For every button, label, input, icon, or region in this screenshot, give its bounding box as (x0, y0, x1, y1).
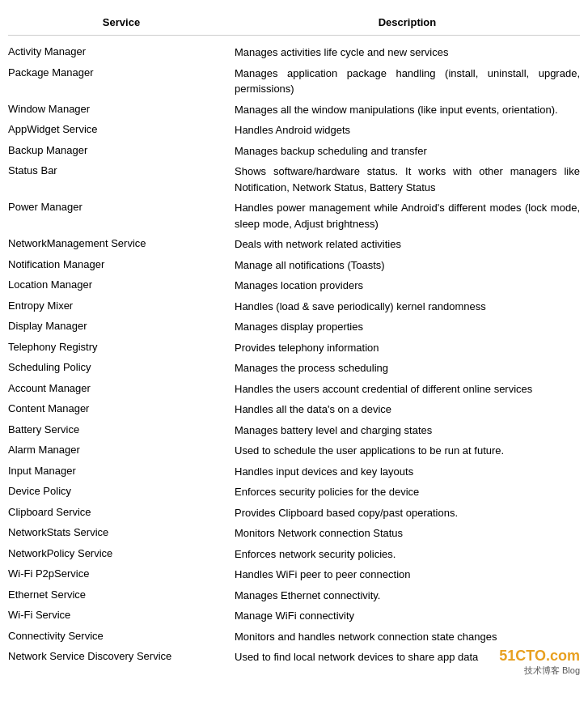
description-cell: Enforces security policies for the devic… (235, 484, 580, 500)
description-cell: Handles all the data's on a device (235, 401, 580, 418)
table-row: Wi-Fi ServiceManage WiFi connectivity (8, 605, 580, 627)
service-cell: Package Manager (8, 66, 235, 79)
table-row: Status BarShows software/hardware status… (8, 161, 580, 198)
description-cell: Manages backup scheduling and transfer (235, 143, 580, 159)
service-cell: Content Manager (8, 401, 235, 414)
description-cell: Manages the process scheduling (235, 360, 580, 376)
table-row: Alarm ManagerUsed to schedule the user a… (8, 440, 580, 461)
description-cell: Monitors Network connection Status (235, 525, 580, 542)
table-row: NetworkPolicy ServiceEnforces network se… (8, 544, 580, 565)
description-cell: Manages all the window manipulations (li… (235, 102, 580, 118)
description-cell: Shows software/hardware status. It works… (235, 164, 580, 195)
description-cell: Handles (load & save periodically) kerne… (235, 299, 580, 315)
service-cell: NetworkManagement Service (8, 236, 235, 249)
service-cell: Location Manager (8, 278, 235, 291)
description-cell: Handles input devices and key layouts (235, 464, 580, 480)
table-row: Content ManagerHandles all the data's on… (8, 399, 580, 420)
table-row: Telephony RegistryProvides telephony inf… (8, 338, 580, 359)
table-row: Clipboard ServiceProvides Clipboard base… (8, 503, 580, 524)
description-cell: Monitors and handles network connection … (235, 629, 580, 645)
watermark-sub: 技术博客 Blog (499, 665, 580, 677)
table-row: AppWidget ServiceHandles Android widgets (8, 120, 580, 141)
table-row: Power ManagerHandles power management wh… (8, 198, 580, 234)
table-row: Connectivity ServiceMonitors and handles… (8, 627, 580, 648)
description-column-header: Description (235, 16, 580, 28)
service-cell: Wi-Fi Service (8, 608, 235, 621)
description-cell: Handles the users account credential of … (235, 381, 580, 397)
service-column-header: Service (8, 16, 235, 28)
service-cell: Device Policy (8, 484, 235, 497)
table-row: Display ManagerManages display propertie… (8, 317, 580, 338)
service-cell: Status Bar (8, 164, 235, 176)
description-cell: Manages activities life cycle and new se… (235, 45, 580, 61)
table-body: Activity ManagerManages activities life … (8, 42, 580, 668)
service-cell: AppWidget Service (8, 122, 235, 135)
service-cell: Input Manager (8, 464, 235, 477)
table-row: NetworkStats ServiceMonitors Network con… (8, 523, 580, 544)
description-cell: Manage WiFi connectivity (235, 608, 580, 624)
table-row: Entropy MixerHandles (load & save period… (8, 296, 580, 317)
description-cell: Provides telephony information (235, 340, 580, 356)
table-row: Window ManagerManages all the window man… (8, 100, 580, 121)
service-cell: Alarm Manager (8, 443, 235, 456)
table-row: NetworkManagement ServiceDeals with netw… (8, 234, 580, 255)
service-cell: Activity Manager (8, 45, 235, 57)
description-cell: Manages Ethernet connectivity. (235, 588, 580, 604)
description-cell: Handles WiFi peer to peer connection (235, 567, 580, 583)
table-row: Location ManagerManages location provide… (8, 275, 580, 296)
services-table: Service Description Activity ManagerMana… (8, 16, 580, 668)
service-cell: Account Manager (8, 381, 235, 394)
watermark-main: 51CTO.com (499, 648, 580, 665)
service-cell: Backup Manager (8, 143, 235, 156)
description-cell: Handles Android widgets (235, 122, 580, 138)
table-row: Network Service Discovery ServiceUsed to… (8, 647, 580, 668)
service-cell: Wi-Fi P2pService (8, 567, 235, 580)
table-header: Service Description (8, 16, 580, 36)
service-cell: Window Manager (8, 102, 235, 115)
table-row: Battery ServiceManages battery level and… (8, 420, 580, 441)
table-row: Account ManagerHandles the users account… (8, 379, 580, 400)
description-cell: Used to schedule the user applications t… (235, 443, 580, 459)
service-cell: Telephony Registry (8, 340, 235, 353)
description-cell: Handles power management while Android's… (235, 200, 580, 232)
service-cell: Connectivity Service (8, 629, 235, 642)
table-row: Backup ManagerManages backup scheduling … (8, 141, 580, 162)
service-cell: Notification Manager (8, 257, 235, 270)
description-cell: Manages location providers (235, 278, 580, 294)
description-cell: Enforces network security policies. (235, 546, 580, 563)
table-row: Notification ManagerManage all notificat… (8, 255, 580, 276)
service-cell: Network Service Discovery Service (8, 649, 235, 662)
table-row: Wi-Fi P2pServiceHandles WiFi peer to pee… (8, 564, 580, 585)
table-row: Scheduling PolicyManages the process sch… (8, 358, 580, 379)
description-cell: Provides Clipboard based copy/past opera… (235, 505, 580, 521)
service-cell: Display Manager (8, 319, 235, 332)
description-cell: Manages display properties (235, 319, 580, 335)
table-row: Device PolicyEnforces security policies … (8, 482, 580, 503)
description-cell: Deals with network related activities (235, 236, 580, 253)
service-cell: Battery Service (8, 423, 235, 435)
service-cell: NetworkStats Service (8, 525, 235, 538)
service-cell: Entropy Mixer (8, 299, 235, 312)
watermark: 51CTO.com 技术博客 Blog (499, 648, 580, 677)
table-row: Input ManagerHandles input devices and k… (8, 461, 580, 482)
service-cell: Clipboard Service (8, 505, 235, 518)
table-row: Activity ManagerManages activities life … (8, 42, 580, 63)
service-cell: Scheduling Policy (8, 360, 235, 373)
service-cell: Ethernet Service (8, 588, 235, 601)
description-cell: Manage all notifications (Toasts) (235, 257, 580, 274)
description-cell: Manages battery level and charging state… (235, 423, 580, 439)
description-cell: Manages application package handling (in… (235, 66, 580, 97)
table-row: Ethernet ServiceManages Ethernet connect… (8, 585, 580, 606)
service-cell: NetworkPolicy Service (8, 546, 235, 559)
table-row: Package ManagerManages application packa… (8, 63, 580, 100)
service-cell: Power Manager (8, 200, 235, 213)
